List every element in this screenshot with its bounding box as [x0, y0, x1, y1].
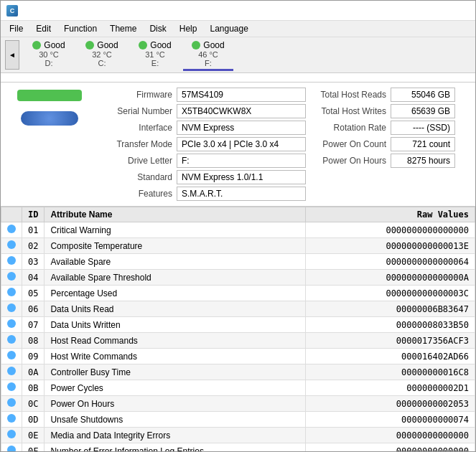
row-raw: 00000000000000 — [305, 443, 475, 452]
row-dot — [1, 349, 22, 364]
row-dot — [1, 222, 22, 238]
table-row[interactable]: 0E Media and Data Integrity Errors 00000… — [1, 428, 475, 443]
row-raw: 000016402AD66 — [305, 349, 475, 364]
right-label: Power On Hours — [312, 156, 391, 166]
menu-item-theme[interactable]: Theme — [104, 22, 142, 35]
row-name: Composite Temperature — [45, 238, 305, 254]
row-name: Number of Error Information Log Entries — [45, 443, 305, 452]
title-bar: C — [1, 1, 475, 21]
menu-item-function[interactable]: Function — [58, 22, 103, 35]
right-field-row: Rotation Rate ---- (SSD) — [312, 120, 470, 136]
table-row[interactable]: 04 Available Spare Threshold 00000000000… — [1, 270, 475, 286]
field-value: S.M.A.R.T. — [177, 187, 306, 201]
field-label: Drive Letter — [98, 156, 177, 166]
row-id: 05 — [22, 286, 45, 301]
row-name: Controller Busy Time — [45, 364, 305, 380]
row-dot — [1, 333, 22, 349]
row-id: 0E — [22, 428, 45, 443]
disk-item-3[interactable]: Good 46 °C F: — [183, 39, 233, 71]
table-row[interactable]: 0B Power Cycles 0000000002D1 — [1, 380, 475, 396]
field-row: Drive Letter F: — [98, 153, 306, 169]
row-id: 03 — [22, 254, 45, 270]
right-value: 721 count — [391, 137, 455, 151]
menu-item-edit[interactable]: Edit — [30, 22, 57, 35]
right-field-row: Total Host Writes 65639 GB — [312, 103, 470, 119]
maximize-button[interactable] — [438, 4, 452, 18]
health-status-box — [17, 90, 82, 101]
table-row[interactable]: 09 Host Write Commands 000016402AD66 — [1, 349, 475, 364]
attribute-table-area: ID Attribute Name Raw Values 01 Critical… — [1, 207, 475, 451]
row-name: Power Cycles — [45, 380, 305, 396]
nav-back-button[interactable]: ◄ — [5, 40, 19, 70]
temperature-box — [21, 111, 78, 126]
field-label: Interface — [98, 123, 177, 133]
right-label: Total Host Reads — [312, 90, 391, 100]
table-row[interactable]: 03 Available Spare 0000000000000064 — [1, 254, 475, 270]
row-dot — [1, 270, 22, 286]
menu-item-disk[interactable]: Disk — [144, 22, 172, 35]
row-raw: 0000000000000064 — [305, 254, 475, 270]
menu-item-help[interactable]: Help — [174, 22, 203, 35]
row-id: 0B — [22, 380, 45, 396]
disk-item-1[interactable]: Good 32 °C C: — [77, 39, 127, 71]
field-value: PCIe 3.0 x4 | PCIe 3.0 x4 — [177, 137, 306, 151]
row-raw: 000000000000000A — [305, 270, 475, 286]
field-label: Transfer Mode — [98, 139, 177, 149]
close-button[interactable] — [455, 4, 470, 18]
field-label: Serial Number — [98, 106, 177, 116]
minimize-button[interactable] — [421, 4, 435, 18]
app-window: C FileEditFunctionThemeDiskHelpLanguage … — [0, 0, 476, 452]
row-id: 0F — [22, 443, 45, 452]
table-row[interactable]: 01 Critical Warning 0000000000000000 — [1, 222, 475, 238]
table-row[interactable]: 0D Unsafe Shutdowns 0000000000074 — [1, 412, 475, 428]
table-row[interactable]: 06 Data Units Read 00000006B83647 — [1, 301, 475, 317]
col-id: ID — [22, 207, 45, 222]
disk-item-2[interactable]: Good 31 °C E: — [130, 39, 180, 71]
right-label: Rotation Rate — [312, 123, 391, 133]
field-value: F: — [177, 154, 306, 168]
table-row[interactable]: 02 Composite Temperature 000000000000013… — [1, 238, 475, 254]
table-row[interactable]: 05 Percentage Used 000000000000003C — [1, 286, 475, 301]
table-row[interactable]: 07 Data Units Written 00000008033B50 — [1, 317, 475, 333]
right-value: 55046 GB — [391, 88, 455, 102]
menu-bar: FileEditFunctionThemeDiskHelpLanguage — [1, 21, 475, 37]
row-id: 08 — [22, 333, 45, 349]
col-dot — [1, 207, 22, 222]
app-icon: C — [6, 5, 18, 17]
row-raw: 00000000000000 — [305, 428, 475, 443]
col-name: Attribute Name — [45, 207, 305, 222]
menu-item-language[interactable]: Language — [204, 22, 253, 35]
right-field-row: Power On Count 721 count — [312, 136, 470, 152]
right-field-row: Total Host Reads 55046 GB — [312, 87, 470, 103]
right-field-row: Power On Hours 8275 hours — [312, 153, 470, 169]
row-name: Data Units Written — [45, 317, 305, 333]
table-row[interactable]: 0A Controller Busy Time 00000000016C8 — [1, 364, 475, 380]
row-name: Media and Data Integrity Errors — [45, 428, 305, 443]
table-row[interactable]: 08 Host Read Commands 0000017356ACF3 — [1, 333, 475, 349]
health-panel — [6, 87, 93, 104]
row-id: 0C — [22, 396, 45, 412]
row-id: 02 — [22, 238, 45, 254]
disk-bar: ◄ Good 30 °C D: Good 32 °C C: Good 31 °C… — [1, 37, 475, 73]
menu-item-file[interactable]: File — [4, 22, 29, 35]
title-bar-left: C — [6, 5, 22, 17]
field-value: NVM Express — [177, 121, 306, 135]
row-dot — [1, 317, 22, 333]
row-name: Data Units Read — [45, 301, 305, 317]
title-controls — [421, 4, 470, 18]
row-name: Unsafe Shutdowns — [45, 412, 305, 428]
table-row[interactable]: 0F Number of Error Information Log Entri… — [1, 443, 475, 452]
field-value: 57MS4109 — [177, 88, 306, 102]
field-row: Transfer Mode PCIe 3.0 x4 | PCIe 3.0 x4 — [98, 136, 306, 152]
row-dot — [1, 286, 22, 301]
right-value: 65639 GB — [391, 104, 455, 118]
row-raw: 00000006B83647 — [305, 301, 475, 317]
row-dot — [1, 364, 22, 380]
right-value: ---- (SSD) — [391, 121, 455, 135]
field-value: X5TB40CWKW8X — [177, 104, 306, 118]
table-row[interactable]: 0C Power On Hours 00000000002053 — [1, 396, 475, 412]
disk-item-0[interactable]: Good 30 °C D: — [24, 39, 74, 71]
row-name: Critical Warning — [45, 222, 305, 238]
main-area: Firmware 57MS4109 Serial Number X5TB40CW… — [1, 73, 475, 451]
row-name: Host Read Commands — [45, 333, 305, 349]
